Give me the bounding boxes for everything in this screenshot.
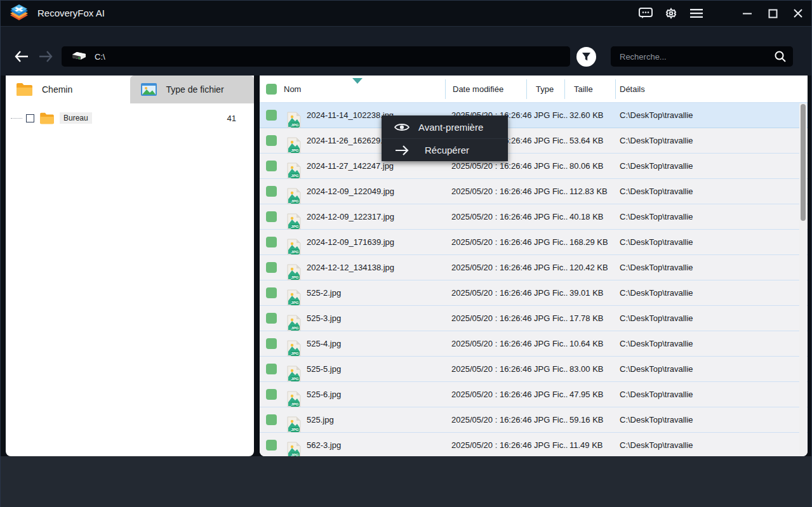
search-icon[interactable] xyxy=(774,50,787,63)
table-row[interactable]: JPG 525-2.jpg 2025/05/20 : 16:26:46 JPG … xyxy=(260,280,808,306)
file-type: JPG Fic... xyxy=(534,204,568,230)
navigation-toolbar: C:\ xyxy=(1,26,811,76)
svg-text:JPG: JPG xyxy=(291,249,299,254)
file-details: C:\DeskTop\travallie xyxy=(620,331,772,357)
table-row[interactable]: JPG 525-4.jpg 2025/05/20 : 16:26:46 JPG … xyxy=(260,331,808,357)
row-checkbox[interactable] xyxy=(266,186,277,197)
svg-text:JPG: JPG xyxy=(291,122,299,127)
file-name: 525-4.jpg xyxy=(307,331,443,357)
table-header: Nom Date modifiée Type Taille Détails xyxy=(260,76,808,103)
file-size: 11.49 KB xyxy=(569,433,618,456)
file-details: C:\DeskTop\travallie xyxy=(620,306,772,331)
file-date: 2025/05/20 : 16:26:46 xyxy=(451,407,533,433)
file-details: C:\DeskTop\travallie xyxy=(620,407,772,433)
context-menu-item-recover[interactable]: Récupérer xyxy=(382,138,508,161)
table-row[interactable]: JPG 2024-11-27_142247.jpg 2025/05/20 : 1… xyxy=(260,154,808,179)
tab-chemin[interactable]: Chemin xyxy=(6,76,130,103)
forward-arrow-button[interactable] xyxy=(35,46,57,67)
bureau-checkbox[interactable] xyxy=(26,114,34,122)
vertical-scrollbar[interactable] xyxy=(799,103,807,456)
file-type: JPG Fic... xyxy=(534,230,568,255)
row-checkbox[interactable] xyxy=(266,237,277,247)
file-details: C:\DeskTop\travallie xyxy=(620,382,772,407)
file-details: C:\DeskTop\travallie xyxy=(620,230,772,255)
row-checkbox[interactable] xyxy=(266,110,277,121)
row-checkbox[interactable] xyxy=(266,389,277,400)
svg-text:JPG: JPG xyxy=(291,351,299,355)
table-row[interactable]: JPG 525-5.jpg 2025/05/20 : 16:26:46 JPG … xyxy=(260,357,808,382)
svg-text:JPG: JPG xyxy=(291,148,299,152)
close-button[interactable] xyxy=(790,5,806,22)
file-size: 32.60 KB xyxy=(569,103,618,128)
back-arrow-button[interactable] xyxy=(11,46,32,67)
tab-type-de-fichier[interactable]: Type de fichier xyxy=(130,76,255,103)
row-checkbox[interactable] xyxy=(266,262,277,273)
select-all-checkbox[interactable] xyxy=(266,84,277,95)
file-size: 17.78 KB xyxy=(569,306,618,331)
column-header-date[interactable]: Date modifiée xyxy=(453,76,503,103)
column-header-nom[interactable]: Nom xyxy=(284,76,301,103)
maximize-button[interactable] xyxy=(764,5,781,22)
file-type: JPG Fic... xyxy=(534,128,568,154)
row-checkbox[interactable] xyxy=(266,414,277,425)
file-size: 40.18 KB xyxy=(569,204,618,230)
table-row[interactable]: JPG 525-6.jpg 2025/05/20 : 16:26:46 JPG … xyxy=(260,382,808,407)
row-checkbox[interactable] xyxy=(266,338,277,349)
column-header-type[interactable]: Type xyxy=(536,76,554,103)
table-row[interactable]: JPG 525.jpg 2025/05/20 : 16:26:46 JPG Fi… xyxy=(260,407,808,433)
column-header-taille[interactable]: Taille xyxy=(574,76,593,103)
file-details: C:\DeskTop\travallie xyxy=(620,179,772,204)
file-type: JPG Fic... xyxy=(534,382,568,407)
table-row[interactable]: JPG 2024-12-12_134138.jpg 2025/05/20 : 1… xyxy=(260,255,808,280)
row-checkbox[interactable] xyxy=(266,364,277,374)
table-row[interactable]: JPG 2024-12-09_122317.jpg 2025/05/20 : 1… xyxy=(260,204,808,230)
file-date: 2025/05/20 : 16:26:46 xyxy=(451,280,533,306)
file-date: 2025/05/20 : 16:26:46 xyxy=(451,255,533,280)
table-row[interactable]: JPG 2024-11-14_102238.jpg 2025/05/20 : 1… xyxy=(260,103,808,128)
table-row[interactable]: JPG 562-3.jpg 2025/05/20 : 16:26:46 JPG … xyxy=(260,433,808,456)
file-date: 2025/05/20 : 16:26:46 xyxy=(451,357,533,382)
file-date: 2025/05/20 : 16:26:46 xyxy=(451,382,533,407)
file-size: 47.95 KB xyxy=(569,382,618,407)
file-type: JPG Fic... xyxy=(534,280,568,306)
context-menu-label: Récupérer xyxy=(425,145,469,155)
column-header-details[interactable]: Détails xyxy=(620,76,645,103)
table-row[interactable]: JPG 2024-11-26_162629.jpg 2025/05/20 : 1… xyxy=(260,128,808,154)
minimize-button[interactable] xyxy=(739,5,755,22)
path-bar[interactable]: C:\ xyxy=(62,46,570,67)
row-checkbox[interactable] xyxy=(266,135,277,146)
current-path: C:\ xyxy=(95,52,105,62)
row-checkbox[interactable] xyxy=(266,440,277,451)
file-details: C:\DeskTop\travallie xyxy=(620,154,772,179)
file-type: JPG Fic... xyxy=(534,255,568,280)
file-type: JPG Fic... xyxy=(534,357,568,382)
row-checkbox[interactable] xyxy=(266,161,277,171)
file-details: C:\DeskTop\travallie xyxy=(620,280,772,306)
settings-gear-icon[interactable] xyxy=(663,5,679,22)
tree-item-bureau[interactable]: Bureau 41 xyxy=(6,109,254,128)
scrollbar-thumb[interactable] xyxy=(801,104,806,221)
menu-hamburger-icon[interactable] xyxy=(688,5,705,22)
row-checkbox[interactable] xyxy=(266,313,277,324)
table-row[interactable]: JPG 2024-12-09_122049.jpg 2025/05/20 : 1… xyxy=(260,179,808,204)
sort-indicator-icon[interactable] xyxy=(352,78,363,84)
drive-icon xyxy=(70,51,87,62)
context-menu-label: Avant-première xyxy=(418,122,483,133)
table-row[interactable]: JPG 2024-12-09_171639.jpg 2025/05/20 : 1… xyxy=(260,230,808,255)
search-input[interactable] xyxy=(611,52,774,62)
file-type: JPG Fic... xyxy=(534,306,568,331)
file-details: C:\DeskTop\travallie xyxy=(620,103,772,128)
filter-button[interactable] xyxy=(576,47,596,67)
file-name: 525-6.jpg xyxy=(307,382,443,407)
svg-text:JPG: JPG xyxy=(291,224,299,228)
context-menu-item-preview[interactable]: Avant-première xyxy=(382,115,508,138)
row-checkbox[interactable] xyxy=(266,211,277,222)
tab-chemin-label: Chemin xyxy=(42,84,72,95)
row-checkbox[interactable] xyxy=(266,287,277,298)
svg-text:JPG: JPG xyxy=(291,326,299,330)
file-date: 2025/05/20 : 16:26:46 xyxy=(451,306,533,331)
folder-icon xyxy=(39,112,55,124)
app-window: RecoveryFox AI xyxy=(0,0,812,507)
feedback-icon[interactable] xyxy=(637,5,654,22)
table-row[interactable]: JPG 525-3.jpg 2025/05/20 : 16:26:46 JPG … xyxy=(260,306,808,331)
